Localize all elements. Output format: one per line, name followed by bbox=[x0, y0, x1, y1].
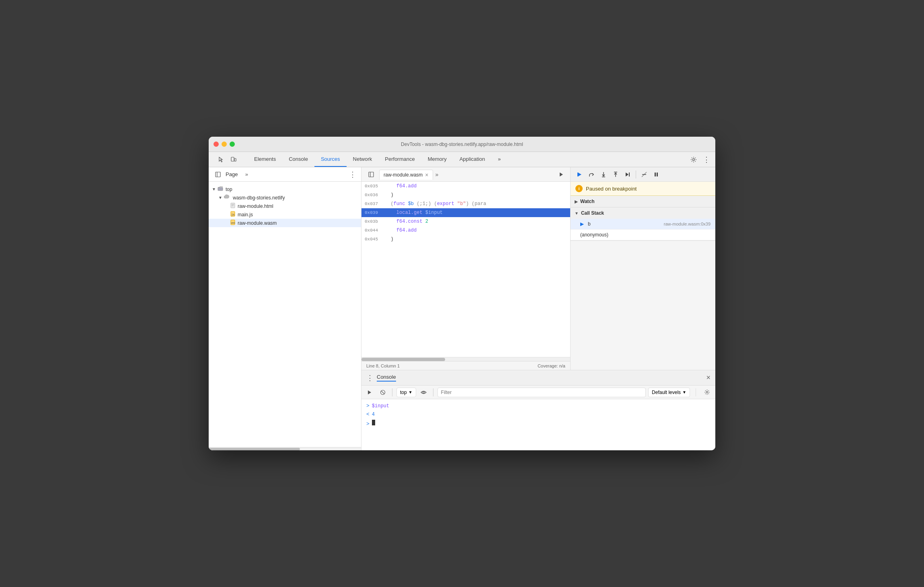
console-settings-button[interactable] bbox=[702, 387, 712, 398]
step-out-button[interactable] bbox=[610, 169, 621, 180]
navigator-icon bbox=[368, 172, 374, 177]
console-body[interactable]: > $input < 4 > bbox=[361, 399, 715, 450]
console-execute-button[interactable] bbox=[365, 387, 375, 398]
console-context-value: top bbox=[400, 390, 407, 395]
pause-exceptions-button[interactable] bbox=[651, 169, 662, 180]
tree-item-html[interactable]: ▶ raw-module.html bbox=[209, 202, 361, 210]
close-button[interactable] bbox=[214, 142, 219, 147]
cursor-position: Line 8, Column 1 bbox=[366, 363, 400, 368]
traffic-lights bbox=[214, 142, 235, 147]
console-prompt-0: > bbox=[366, 403, 370, 409]
svg-text:wasm: wasm bbox=[231, 222, 236, 224]
close-tab-button[interactable]: × bbox=[425, 172, 428, 178]
clear-console-button[interactable] bbox=[378, 387, 388, 398]
watch-arrow: ▶ bbox=[575, 199, 578, 204]
more-options-button[interactable]: ⋮ bbox=[701, 154, 712, 165]
editor-tab-label: raw-module.wasm bbox=[384, 172, 423, 178]
maximize-button[interactable] bbox=[230, 142, 235, 147]
code-line-5: 0x044 f64.add bbox=[361, 226, 570, 235]
tree-item-wasm[interactable]: ▶ wasm raw-module.wasm bbox=[209, 219, 361, 227]
deactivate-breakpoints-button[interactable] bbox=[639, 169, 650, 180]
tree-item-domain[interactable]: ▼ wasm-dbg-stories.netlify bbox=[209, 193, 361, 202]
console-levels-selector[interactable]: Default levels ▼ bbox=[648, 388, 690, 397]
editor-file-tab[interactable]: raw-module.wasm × bbox=[379, 170, 433, 180]
code-horizontal-scrollbar[interactable] bbox=[361, 357, 570, 361]
step-into-icon bbox=[600, 171, 607, 178]
svg-point-29 bbox=[423, 392, 425, 393]
execute-icon bbox=[367, 390, 373, 395]
console-gear-icon bbox=[704, 389, 710, 395]
svg-point-2 bbox=[693, 158, 695, 160]
svg-text:js: js bbox=[231, 213, 234, 216]
file-tree: ▼ top ▼ wasm-dbg-stories.netlify bbox=[209, 182, 361, 447]
svg-rect-16 bbox=[577, 172, 579, 177]
wasm-file-icon: wasm bbox=[230, 220, 235, 226]
editor-more-tabs[interactable]: » bbox=[433, 171, 441, 178]
console-toolbar-divider-2 bbox=[433, 388, 433, 396]
step-into-button[interactable] bbox=[598, 169, 609, 180]
callstack-label: Call Stack bbox=[581, 210, 604, 216]
step-out-icon bbox=[612, 171, 619, 178]
svg-rect-5 bbox=[218, 187, 223, 191]
tree-arrow-top: ▼ bbox=[212, 187, 218, 191]
code-line-2: 0x037 (func $b (;1;) (export "b") (para bbox=[361, 199, 570, 208]
step-button[interactable] bbox=[622, 169, 633, 180]
tree-label-html: raw-module.html bbox=[238, 203, 273, 209]
sidebar-more-button[interactable]: » bbox=[241, 169, 252, 180]
settings-button[interactable] bbox=[688, 154, 699, 165]
console-eye-button[interactable] bbox=[419, 387, 429, 398]
console-prompt-1: < bbox=[366, 411, 370, 417]
eye-icon bbox=[421, 390, 427, 395]
tab-sources[interactable]: Sources bbox=[314, 152, 347, 167]
callstack-item-0[interactable]: ▶ b raw-module.wasm:0x39 bbox=[571, 219, 715, 230]
tree-arrow-domain: ▼ bbox=[218, 195, 224, 200]
resume-button[interactable] bbox=[574, 169, 585, 180]
tab-console[interactable]: Console bbox=[282, 152, 314, 167]
watch-section-header[interactable]: ▶ Watch bbox=[571, 196, 715, 207]
tab-network[interactable]: Network bbox=[347, 152, 379, 167]
devtools-left-toolbar bbox=[212, 152, 248, 167]
console-toolbar: top ▼ Default levels ▼ bbox=[361, 386, 715, 399]
folder-icon bbox=[218, 186, 223, 193]
coverage-status: Coverage: n/a bbox=[538, 363, 565, 368]
console-header: ⋮ Console × bbox=[361, 370, 715, 386]
editor-tab-left-controls bbox=[363, 169, 379, 180]
console-context-selector[interactable]: top ▼ bbox=[396, 388, 416, 397]
tree-item-top[interactable]: ▼ top bbox=[209, 185, 361, 193]
tab-elements[interactable]: Elements bbox=[248, 152, 282, 167]
tab-more[interactable]: » bbox=[491, 152, 507, 167]
console-close-button[interactable]: × bbox=[706, 374, 710, 382]
toggle-sidebar-button[interactable] bbox=[214, 170, 222, 179]
callstack-func-0: b bbox=[588, 221, 591, 227]
code-line-0: 0x035 f64.add bbox=[361, 182, 570, 191]
console-drag-handle[interactable]: ⋮ bbox=[366, 374, 374, 382]
sidebar-kebab[interactable]: ⋮ bbox=[349, 170, 356, 179]
sidebar-scrollbar[interactable] bbox=[209, 447, 361, 450]
html-file-icon bbox=[230, 203, 235, 209]
tree-item-js[interactable]: ▶ js main.js bbox=[209, 210, 361, 219]
svg-rect-0 bbox=[231, 157, 234, 161]
sources-sidebar: Page » ⋮ ▼ top ▼ bbox=[209, 167, 361, 450]
inspect-element-button[interactable] bbox=[215, 154, 226, 165]
clear-icon bbox=[380, 390, 386, 395]
tree-label-js: main.js bbox=[238, 212, 253, 218]
devtools-window: DevTools - wasm-dbg-stories.netlify.app/… bbox=[209, 137, 715, 450]
main-content: Page » ⋮ ▼ top ▼ bbox=[209, 167, 715, 450]
minimize-button[interactable] bbox=[222, 142, 227, 147]
device-toolbar-button[interactable] bbox=[228, 154, 239, 165]
deactivate-icon bbox=[641, 171, 647, 178]
tab-application[interactable]: Application bbox=[453, 152, 492, 167]
callstack-section-header[interactable]: ▼ Call Stack bbox=[571, 207, 715, 219]
svg-point-30 bbox=[706, 391, 708, 393]
run-snippet-button[interactable] bbox=[556, 169, 567, 180]
console-filter-input[interactable] bbox=[437, 388, 646, 397]
step-over-button[interactable] bbox=[586, 169, 597, 180]
cursor-icon bbox=[218, 156, 224, 163]
callstack-item-1[interactable]: (anonymous) bbox=[571, 230, 715, 240]
tab-performance[interactable]: Performance bbox=[378, 152, 421, 167]
toggle-navigator-button[interactable] bbox=[365, 169, 377, 180]
code-editor[interactable]: 0x035 f64.add 0x036 ) 0x037 (func $b (;1… bbox=[361, 182, 570, 357]
tab-memory[interactable]: Memory bbox=[421, 152, 453, 167]
callstack-active-arrow: ▶ bbox=[580, 221, 584, 227]
console-tab-label[interactable]: Console bbox=[377, 374, 396, 382]
